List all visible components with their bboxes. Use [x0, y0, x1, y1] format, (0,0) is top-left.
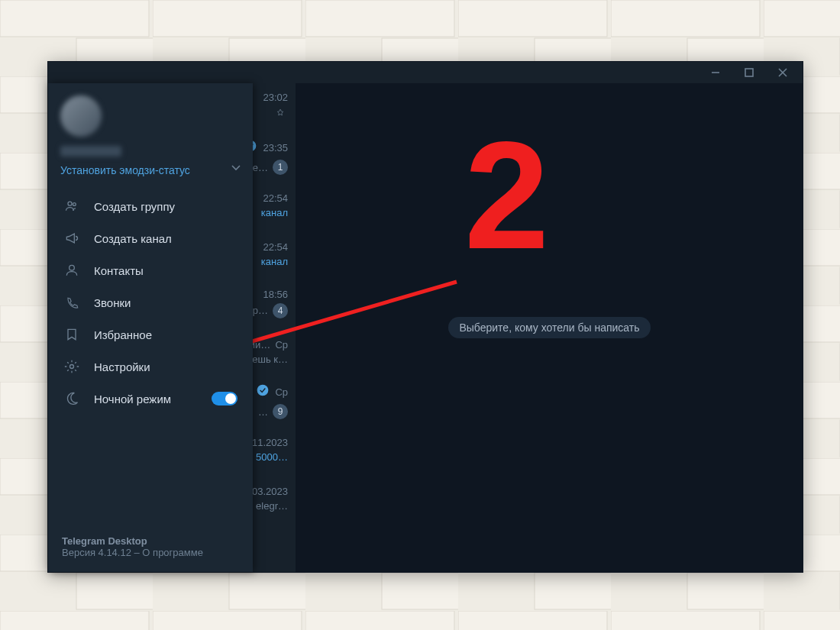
contact-icon: [63, 262, 80, 279]
verified-icon: [255, 383, 270, 401]
megaphone-icon: [63, 230, 80, 247]
unread-badge: 9: [273, 404, 288, 419]
app-window: 23:0223:35е…122:54канал22:54канал18:56р……: [47, 61, 803, 573]
set-emoji-status[interactable]: Установить эмодзи-статус: [60, 164, 241, 176]
bookmark-icon: [63, 326, 80, 343]
menu-item-label: Звонки: [94, 296, 131, 309]
window-minimize[interactable]: [700, 63, 731, 82]
unread-badge: 4: [273, 303, 288, 318]
window-maximize[interactable]: [734, 63, 764, 82]
menu-saved-messages[interactable]: Избранное: [48, 318, 253, 351]
user-name: [60, 146, 121, 157]
svg-point-5: [258, 385, 268, 395]
menu-settings[interactable]: Настройки: [48, 351, 253, 383]
chat-time: Ср: [275, 386, 288, 398]
menu-item-label: Избранное: [94, 328, 152, 341]
night-mode-toggle[interactable]: [212, 392, 237, 405]
menu-new-group[interactable]: Создать группу: [48, 190, 253, 222]
menu-item-label: Создать канал: [94, 232, 172, 245]
chat-time: 22:54: [263, 241, 288, 253]
chat-pane: Выберите, кому хотели бы написать: [296, 83, 803, 572]
gear-icon: [63, 358, 80, 375]
menu-item-label: Контакты: [94, 264, 144, 277]
chat-time: 22:54: [263, 192, 288, 204]
group-icon: [63, 198, 80, 215]
svg-rect-1: [745, 69, 753, 76]
window-close[interactable]: [767, 63, 798, 82]
titlebar: [48, 62, 803, 83]
chat-time: 23:35: [263, 142, 288, 153]
moon-icon: [63, 390, 80, 407]
unread-badge: 1: [273, 160, 288, 175]
chevron-down-icon[interactable]: [228, 160, 244, 178]
chat-time: Ср: [275, 339, 288, 351]
pin-icon: [273, 106, 288, 124]
menu-night-mode[interactable]: Ночной режим: [48, 383, 253, 415]
menu-list: Создать группу Создать канал Контакты Зв…: [48, 184, 253, 421]
app-version[interactable]: Версия 4.14.12 – О программе: [62, 547, 239, 558]
phone-icon: [63, 294, 80, 311]
menu-new-channel[interactable]: Создать канал: [48, 222, 253, 254]
callout-number: 2: [464, 108, 549, 283]
svg-point-6: [68, 202, 72, 205]
hamburger-menu: Установить эмодзи-статус Создать группу …: [48, 83, 253, 572]
chat-time: 23:02: [263, 92, 288, 103]
menu-footer: Telegram Desktop Версия 4.14.12 – О прог…: [48, 525, 253, 572]
menu-item-label: Настройки: [94, 360, 150, 373]
svg-point-8: [69, 265, 75, 270]
empty-hint: Выберите, кому хотели бы написать: [448, 317, 650, 338]
menu-contacts[interactable]: Контакты: [48, 254, 253, 286]
chat-time: 18:56: [263, 289, 288, 300]
menu-item-label: Ночной режим: [94, 393, 171, 405]
avatar[interactable]: [60, 95, 102, 137]
chat-time: 03.2023: [252, 486, 288, 497]
app-name: Telegram Desktop: [62, 535, 239, 547]
svg-point-9: [70, 365, 74, 369]
svg-point-7: [73, 203, 76, 206]
menu-calls[interactable]: Звонки: [48, 286, 253, 318]
menu-item-label: Создать группу: [94, 200, 175, 213]
chat-time: 11.2023: [252, 437, 288, 448]
